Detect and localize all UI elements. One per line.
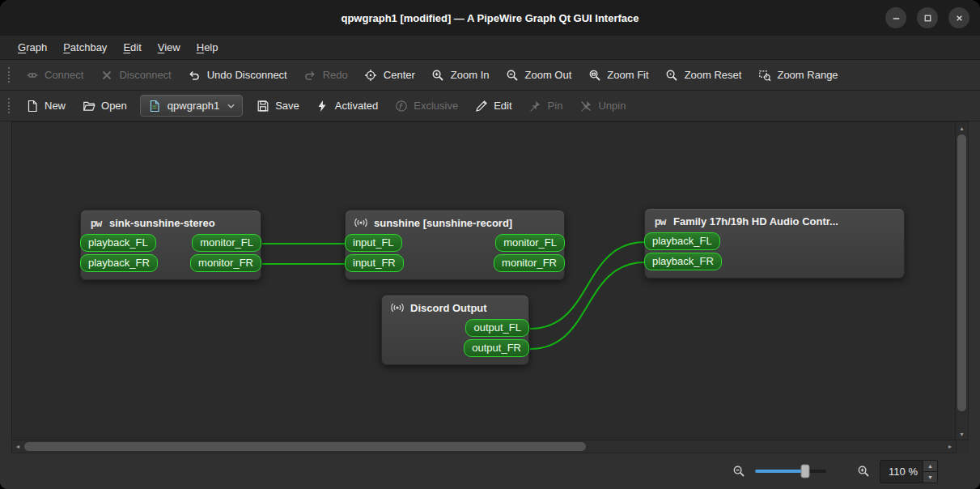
spin-down-icon[interactable]: ▼: [923, 471, 937, 483]
menu-item-graph[interactable]: Graph: [11, 38, 54, 57]
toolbar-item-exclusive: Exclusive: [386, 94, 466, 117]
toolbar-label: New: [45, 100, 66, 112]
toolbar-label: Pin: [548, 100, 563, 112]
toolbar-item-edit[interactable]: Edit: [466, 94, 520, 117]
toolbar-label: Zoom Range: [777, 69, 838, 81]
open-folder-icon: [82, 99, 95, 113]
app-window: qpwgraph1 [modified] — A PipeWire Graph …: [0, 0, 980, 489]
node-discord-output[interactable]: Discord Outputoutput_FLoutput_FR: [381, 295, 529, 365]
toolbar-item-center[interactable]: Center: [356, 63, 423, 87]
toolbar-item-zoom-fit[interactable]: Zoom Fit: [579, 63, 656, 87]
toolbar-label: Unpin: [598, 100, 626, 112]
port-playback_FL[interactable]: playback_FL: [644, 232, 720, 250]
patchbay-file-icon: [148, 99, 162, 113]
toolbar-label: Connect: [45, 69, 83, 81]
menu-item-view[interactable]: View: [151, 38, 188, 57]
scroll-up-icon[interactable]: ▴: [956, 122, 968, 134]
scroll-down-icon[interactable]: ▾: [956, 428, 968, 440]
menubar: GraphPatchbayEditViewHelp: [0, 36, 980, 60]
graph-canvas[interactable]: pwsink-sunshine-stereoplayback_FLmonitor…: [11, 121, 956, 440]
port-playback_FR[interactable]: playback_FR: [644, 253, 722, 270]
toolbar-item-zoom-reset[interactable]: Zoom Reset: [657, 63, 750, 87]
port-monitor_FR[interactable]: monitor_FR: [494, 254, 565, 272]
toolbar-item-activated[interactable]: Activated: [308, 94, 386, 117]
center-icon: [364, 68, 378, 82]
window-controls: [885, 0, 969, 36]
port-monitor_FR[interactable]: monitor_FR: [190, 254, 261, 272]
port-output_FL[interactable]: output_FL: [465, 319, 529, 337]
zoom-slider-fill: [755, 470, 805, 473]
toolbar-item-save[interactable]: Save: [248, 94, 308, 117]
zoom-in-small-icon[interactable]: [857, 465, 870, 478]
horizontal-scroll-track[interactable]: [23, 440, 944, 453]
save-icon: [256, 99, 269, 113]
horizontal-scrollbar[interactable]: ◂ ▸: [11, 440, 957, 453]
node-sink-sunshine-stereo[interactable]: pwsink-sunshine-stereoplayback_FLmonitor…: [80, 210, 261, 280]
toolbar-item-zoom-range[interactable]: Zoom Range: [749, 63, 846, 87]
zoom-spinbox[interactable]: 110 % ▲ ▼: [880, 460, 938, 483]
node-family-hd-audio[interactable]: pwFamily 17h/19h HD Audio Contr...playba…: [644, 208, 905, 279]
toolbar-label: Exclusive: [414, 100, 458, 112]
vertical-scroll-track[interactable]: [956, 134, 968, 428]
toolbar-handle[interactable]: [8, 67, 10, 83]
scroll-right-icon[interactable]: ▸: [944, 440, 956, 453]
menu-item-help[interactable]: Help: [189, 38, 226, 57]
toolbar-item-open[interactable]: Open: [74, 94, 135, 117]
record-icon: [389, 301, 405, 314]
edit-icon: [474, 99, 488, 113]
vertical-scrollbar[interactable]: ▴ ▾: [956, 121, 969, 440]
menu-item-patchbay[interactable]: Patchbay: [56, 38, 114, 57]
zoom-slider-handle[interactable]: [800, 465, 809, 478]
redo-icon: [303, 68, 317, 82]
node-title: sink-sunshine-stereo: [109, 217, 215, 229]
horizontal-scroll-thumb[interactable]: [24, 442, 586, 451]
toolbar-label: Center: [384, 69, 415, 81]
toolbar-handle[interactable]: [8, 98, 10, 113]
port-playback_FR[interactable]: playback_FR: [80, 254, 158, 272]
statusbar: 110 % ▲ ▼: [11, 453, 969, 489]
toolbar-label: Open: [101, 100, 127, 112]
node-sunshine[interactable]: sunshine [sunshine-record]input_FLmonito…: [345, 210, 565, 280]
port-monitor_FL[interactable]: monitor_FL: [495, 234, 565, 252]
titlebar[interactable]: qpwgraph1 [modified] — A PipeWire Graph …: [0, 0, 980, 36]
connect-icon: [25, 68, 39, 82]
close-button[interactable]: [948, 7, 969, 28]
spin-arrows: ▲ ▼: [923, 461, 937, 483]
spin-up-icon[interactable]: ▲: [923, 461, 937, 471]
minimize-button[interactable]: [885, 7, 906, 28]
toolbar-item-undo-disconnect[interactable]: Undo Disconnect: [180, 63, 295, 87]
disconnect-icon: [100, 68, 113, 82]
maximize-button[interactable]: [917, 7, 938, 28]
toolbar-item-new[interactable]: New: [17, 94, 74, 117]
toolbar-item-zoom-in[interactable]: Zoom In: [423, 63, 498, 87]
vertical-scroll-thumb[interactable]: [957, 134, 966, 411]
port-playback_FL[interactable]: playback_FL: [80, 234, 156, 252]
port-monitor_FL[interactable]: monitor_FL: [192, 234, 261, 252]
scroll-left-icon[interactable]: ◂: [12, 440, 23, 453]
exclusive-icon: [394, 99, 408, 113]
zoom-fit-icon: [588, 68, 601, 82]
toolbar-label: Zoom Out: [525, 69, 572, 81]
new-file-icon: [25, 99, 39, 113]
toolbar-main: ConnectDisconnectUndo DisconnectRedoCent…: [0, 60, 980, 91]
toolbar-item-zoom-out[interactable]: Zoom Out: [498, 63, 580, 87]
zoom-range-icon: [757, 68, 771, 82]
zoom-reset-icon: [665, 68, 679, 82]
toolbar-item-disconnect: Disconnect: [91, 63, 179, 87]
zoom-slider[interactable]: [755, 470, 826, 473]
toolbar-label: Zoom Fit: [607, 69, 648, 81]
toolbar-label: Save: [275, 100, 299, 112]
unpin-icon: [579, 99, 592, 113]
port-input_FR[interactable]: input_FR: [345, 254, 404, 272]
zoom-out-small-icon[interactable]: [732, 465, 745, 478]
undo-icon: [188, 68, 202, 82]
toolbar-label: qpwgraph1: [168, 100, 219, 112]
port-output_FR[interactable]: output_FR: [464, 339, 529, 357]
toolbar-item-redo: Redo: [295, 63, 356, 87]
port-input_FL[interactable]: input_FL: [345, 234, 402, 252]
menu-item-edit[interactable]: Edit: [116, 38, 148, 57]
patchbay-combo[interactable]: qpwgraph1: [140, 95, 243, 117]
toolbar-item-unpin: Unpin: [571, 94, 634, 117]
zoom-value[interactable]: 110 %: [880, 461, 923, 483]
pipewire-icon: pw: [652, 215, 668, 227]
